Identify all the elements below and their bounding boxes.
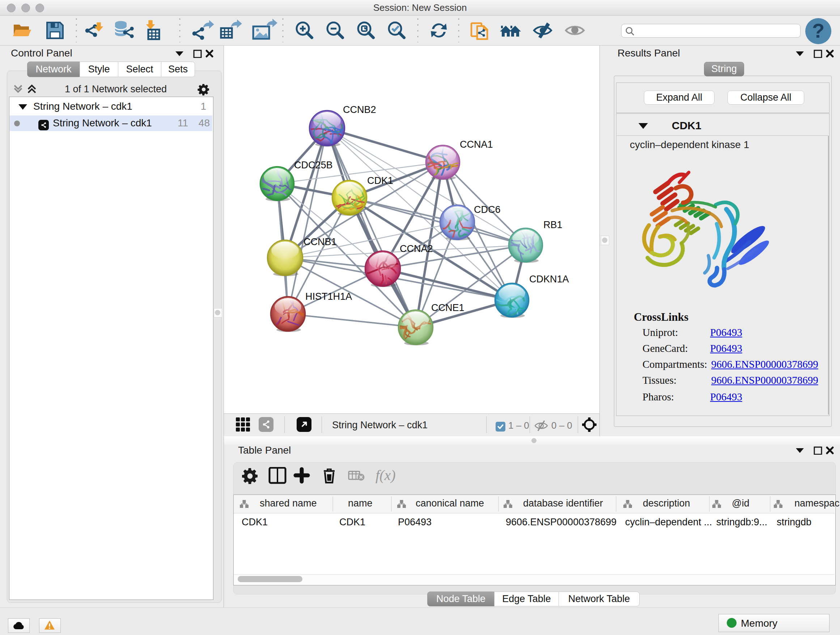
svg-text:CCNE1: CCNE1 xyxy=(431,302,464,313)
svg-text:CCNA2: CCNA2 xyxy=(400,243,433,254)
svg-text:CDC25B: CDC25B xyxy=(294,160,333,171)
svg-text:CDKN1A: CDKN1A xyxy=(529,274,569,285)
svg-text:HIST1H1A: HIST1H1A xyxy=(305,291,352,302)
svg-text:RB1: RB1 xyxy=(543,219,562,230)
svg-text:f(x): f(x) xyxy=(376,467,396,483)
svg-text:CDC6: CDC6 xyxy=(474,204,501,215)
svg-text:CCNB1: CCNB1 xyxy=(303,236,337,247)
svg-text:CDK1: CDK1 xyxy=(367,175,393,186)
svg-text:CCNB2: CCNB2 xyxy=(343,104,376,115)
svg-text:CCNA1: CCNA1 xyxy=(460,139,493,150)
